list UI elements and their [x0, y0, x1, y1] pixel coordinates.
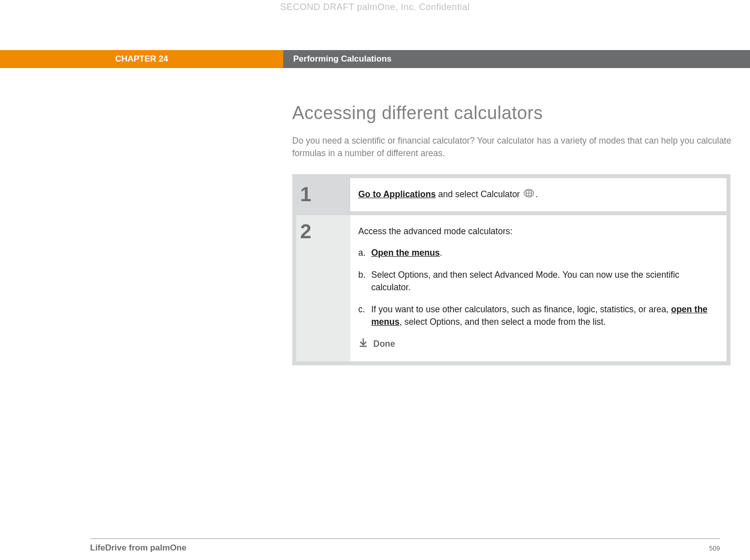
- chapter-number: CHAPTER 24: [0, 50, 283, 68]
- step-number-1: 1: [296, 178, 350, 211]
- step1-period: .: [535, 189, 538, 199]
- done-arrow-icon: [358, 337, 373, 351]
- chapter-header: CHAPTER 24 Performing Calculations: [0, 50, 750, 68]
- section-heading: Accessing different calculators: [292, 103, 737, 124]
- sub-b-content: Select Options, and then select Advanced…: [371, 269, 716, 294]
- sub-marker-a: a.: [358, 247, 371, 259]
- steps-box: 1 Go to Applications and select Calculat…: [292, 174, 730, 365]
- sub-marker-b: b.: [358, 269, 371, 294]
- sub-a-content: Open the menus.: [371, 247, 442, 259]
- calculator-icon: [523, 189, 534, 201]
- sub-c-pre: If you want to use other calculators, su…: [371, 304, 671, 314]
- sub-marker-c: c.: [358, 303, 371, 329]
- footer-product: LifeDrive from palmOne: [90, 543, 187, 553]
- list-item: b. Select Options, and then select Advan…: [358, 269, 716, 294]
- footer-page-number: 509: [709, 544, 720, 552]
- step-row: 1 Go to Applications and select Calculat…: [296, 178, 726, 211]
- step-row: 2 Access the advanced mode calculators: …: [296, 215, 726, 361]
- draft-watermark: SECOND DRAFT palmOne, Inc. Confidential: [0, 2, 750, 13]
- sub-c-after: , select Options, and then select a mode…: [399, 317, 605, 327]
- list-item: a. Open the menus.: [358, 247, 716, 259]
- step-body-1: Go to Applications and select Calculator…: [350, 178, 726, 211]
- go-to-applications-link[interactable]: Go to Applications: [358, 189, 436, 199]
- page-footer: LifeDrive from palmOne 509: [90, 538, 720, 553]
- open-the-menus-link[interactable]: Open the menus: [371, 248, 440, 258]
- done-row: Done: [358, 337, 716, 351]
- step2-sublist: a. Open the menus. b. Select Options, an…: [358, 247, 716, 328]
- step-body-2: Access the advanced mode calculators: a.…: [350, 215, 726, 361]
- chapter-title: Performing Calculations: [283, 50, 750, 68]
- step1-text: and select Calculator: [436, 189, 522, 199]
- main-content: Accessing different calculators Do you n…: [292, 103, 737, 365]
- done-label: Done: [373, 338, 395, 350]
- sub-c-content: If you want to use other calculators, su…: [371, 303, 716, 329]
- section-intro: Do you need a scientific or financial ca…: [292, 135, 732, 159]
- step2-lead: Access the advanced mode calculators:: [358, 225, 716, 238]
- step-number-2: 2: [296, 215, 350, 361]
- sub-a-after: .: [440, 248, 442, 258]
- list-item: c. If you want to use other calculators,…: [358, 303, 716, 329]
